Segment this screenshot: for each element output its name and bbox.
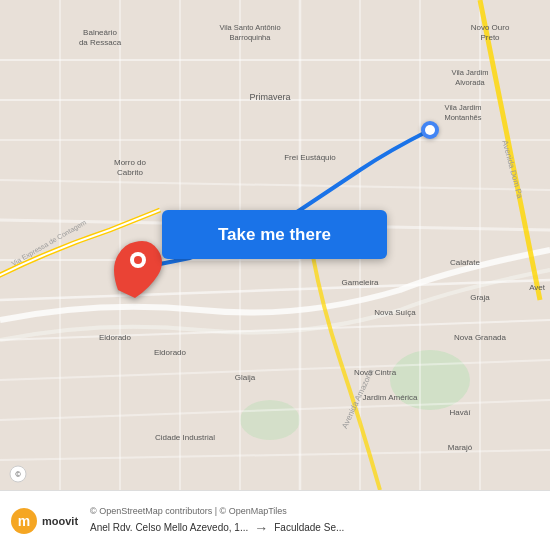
svg-text:Preto: Preto [480, 33, 500, 42]
footer: m moovit © OpenStreetMap contributors | … [0, 490, 550, 550]
attribution-text: © OpenStreetMap contributors | © OpenMap… [90, 506, 287, 516]
svg-text:Nova Granada: Nova Granada [454, 333, 507, 342]
svg-text:da Ressaca: da Ressaca [79, 38, 122, 47]
svg-text:Cidade Industrial: Cidade Industrial [155, 433, 215, 442]
footer-route: Anel Rdv. Celso Mello Azevedo, 1... → Fa… [90, 520, 540, 536]
svg-text:Barroquinha: Barroquinha [230, 33, 272, 42]
svg-point-54 [134, 256, 142, 264]
svg-text:Avet: Avet [529, 283, 546, 292]
svg-text:Primavera: Primavera [249, 92, 290, 102]
svg-text:Alvorada: Alvorada [455, 78, 485, 87]
svg-text:Vila Jardim: Vila Jardim [445, 103, 482, 112]
svg-text:Nova Suíça: Nova Suíça [374, 308, 416, 317]
map-container: Balneário da Ressaca Vila Santo Antônio … [0, 0, 550, 490]
svg-text:Vila Santo Antônio: Vila Santo Antônio [219, 23, 280, 32]
svg-text:Haváí: Haváí [450, 408, 472, 417]
svg-text:Frei Eustáquio: Frei Eustáquio [284, 153, 336, 162]
svg-text:Marajó: Marajó [448, 443, 473, 452]
svg-text:Jardim América: Jardim América [362, 393, 418, 402]
arrow-icon: → [254, 520, 268, 536]
svg-text:Gameleira: Gameleira [342, 278, 379, 287]
svg-text:Novo Ouro: Novo Ouro [471, 23, 510, 32]
footer-attribution: © OpenStreetMap contributors | © OpenMap… [90, 506, 540, 516]
svg-text:Eldorado: Eldorado [154, 348, 187, 357]
svg-text:Balneário: Balneário [83, 28, 117, 37]
svg-text:Calafate: Calafate [450, 258, 480, 267]
svg-text:moovit: moovit [42, 515, 78, 527]
to-label: Faculdade Se... [274, 522, 344, 533]
origin-inner [425, 125, 435, 135]
svg-text:Montanhês: Montanhês [444, 113, 481, 122]
moovit-logo: m moovit [10, 507, 80, 535]
svg-text:Eldorado: Eldorado [99, 333, 132, 342]
svg-text:Vila Jardim: Vila Jardim [452, 68, 489, 77]
svg-text:Cabrito: Cabrito [117, 168, 143, 177]
svg-point-2 [240, 400, 300, 440]
take-me-there-button[interactable]: Take me there [162, 210, 387, 259]
svg-text:©: © [15, 471, 21, 478]
svg-text:m: m [18, 513, 30, 529]
footer-content: © OpenStreetMap contributors | © OpenMap… [90, 506, 540, 536]
svg-text:Nova Cintra: Nova Cintra [354, 368, 397, 377]
svg-text:Glaija: Glaija [235, 373, 256, 382]
svg-text:Morro do: Morro do [114, 158, 147, 167]
svg-text:Graja: Graja [470, 293, 490, 302]
from-label: Anel Rdv. Celso Mello Azevedo, 1... [90, 522, 248, 533]
